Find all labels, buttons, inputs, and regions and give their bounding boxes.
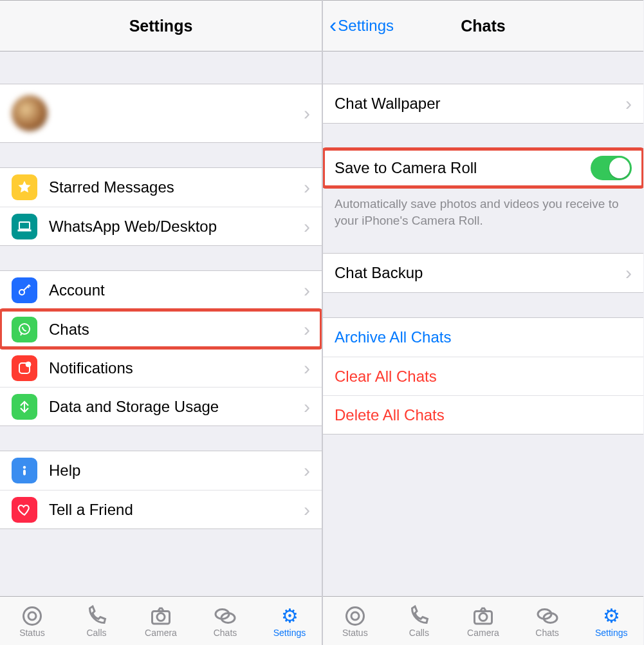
svg-point-17	[479, 613, 487, 621]
tab-bar: Status Calls Camera Chats ⚙ Settings	[323, 596, 643, 645]
chevron-right-icon: ›	[297, 104, 310, 123]
settings-content: › Starred Messages › WhatsApp Web/Deskto…	[0, 51, 322, 596]
data-usage-icon	[12, 394, 37, 420]
tab-status[interactable]: Status	[0, 604, 64, 638]
svg-point-5	[26, 362, 31, 367]
tab-label: Camera	[145, 628, 177, 638]
phone-icon	[85, 604, 108, 628]
chevron-right-icon: ›	[297, 217, 310, 236]
group-main-settings: Account › Chats › Notifications ›	[0, 270, 322, 426]
page-title: Settings	[0, 17, 322, 35]
svg-rect-1	[18, 230, 31, 231]
svg-point-2	[19, 290, 24, 295]
navbar-right: ‹ Settings Chats	[323, 0, 643, 51]
row-data-storage[interactable]: Data and Storage Usage ›	[0, 387, 322, 425]
tab-chats[interactable]: Chats	[193, 604, 257, 638]
svg-rect-0	[19, 222, 30, 229]
row-label: Starred Messages	[49, 178, 297, 196]
group-profile: ›	[0, 84, 322, 143]
tab-label: Calls	[409, 628, 429, 638]
tab-camera[interactable]: Camera	[129, 604, 193, 638]
back-button[interactable]: ‹ Settings	[329, 16, 394, 35]
whatsapp-icon	[12, 317, 37, 342]
row-save-camera-roll[interactable]: Save to Camera Roll	[323, 149, 643, 187]
heart-icon	[12, 497, 37, 523]
row-whatsapp-web[interactable]: WhatsApp Web/Desktop ›	[0, 207, 322, 245]
svg-point-15	[351, 612, 359, 620]
row-chats[interactable]: Chats ›	[0, 310, 322, 348]
tab-label: Status	[342, 628, 368, 638]
row-label: Save to Camera Roll	[335, 159, 591, 177]
row-label: WhatsApp Web/Desktop	[49, 218, 297, 236]
row-label: Chat Wallpaper	[335, 95, 619, 113]
row-label: Help	[49, 462, 297, 480]
row-label: Archive All Chats	[335, 328, 632, 346]
row-archive-all[interactable]: Archive All Chats	[323, 318, 643, 357]
chevron-right-icon: ›	[297, 359, 310, 378]
tab-label: Settings	[273, 628, 306, 638]
tab-label: Calls	[86, 628, 106, 638]
tab-status[interactable]: Status	[323, 604, 387, 638]
svg-point-6	[23, 466, 26, 469]
avatar	[12, 95, 48, 131]
save-toggle[interactable]	[591, 156, 632, 180]
svg-point-14	[346, 607, 363, 624]
key-icon	[12, 277, 37, 303]
svg-point-9	[28, 612, 36, 620]
row-notifications[interactable]: Notifications ›	[0, 348, 322, 387]
chevron-right-icon: ›	[297, 397, 310, 416]
svg-rect-7	[24, 470, 26, 475]
row-account[interactable]: Account ›	[0, 271, 322, 310]
group-starred-web: Starred Messages › WhatsApp Web/Desktop …	[0, 167, 322, 246]
tab-calls[interactable]: Calls	[64, 604, 129, 638]
chevron-right-icon: ›	[297, 500, 310, 519]
navbar-left: Settings	[0, 0, 322, 51]
row-starred-messages[interactable]: Starred Messages ›	[0, 168, 322, 207]
row-label: Chat Backup	[335, 264, 619, 282]
svg-point-3	[19, 324, 30, 334]
laptop-icon	[12, 214, 37, 239]
tab-label: Status	[19, 628, 45, 638]
row-label: Chats	[49, 321, 297, 339]
gear-icon: ⚙	[278, 604, 301, 628]
row-label: Delete All Chats	[335, 406, 632, 424]
tab-camera[interactable]: Camera	[451, 604, 515, 638]
camera-icon	[149, 604, 172, 628]
row-label: Account	[49, 281, 297, 299]
settings-screen: Settings › Starred Messages ›	[0, 0, 322, 645]
phone-icon	[407, 604, 430, 628]
tab-label: Camera	[467, 628, 499, 638]
chevron-right-icon: ›	[619, 94, 632, 113]
row-label: Notifications	[49, 359, 297, 377]
tab-bar: Status Calls Camera Chats ⚙ Settings	[0, 596, 322, 645]
back-label: Settings	[338, 17, 394, 35]
row-clear-all[interactable]: Clear All Chats	[323, 357, 643, 395]
chats-content: Chat Wallpaper › Save to Camera Roll Aut…	[323, 51, 643, 596]
tab-label: Chats	[214, 628, 237, 638]
chevron-right-icon: ›	[297, 320, 310, 339]
info-icon	[12, 458, 37, 483]
row-label: Clear All Chats	[335, 368, 632, 386]
row-help[interactable]: Help ›	[0, 451, 322, 490]
camera-icon	[472, 604, 495, 628]
row-label: Data and Storage Usage	[49, 398, 297, 416]
tab-settings[interactable]: ⚙ Settings	[579, 604, 643, 638]
tab-chats[interactable]: Chats	[515, 604, 580, 638]
tab-label: Settings	[595, 628, 628, 638]
profile-row[interactable]: ›	[0, 84, 322, 142]
row-chat-wallpaper[interactable]: Chat Wallpaper ›	[323, 84, 643, 123]
chevron-right-icon: ›	[619, 263, 632, 283]
status-icon	[344, 604, 367, 628]
status-icon	[21, 604, 44, 628]
group-actions: Archive All Chats Clear All Chats Delete…	[323, 317, 643, 435]
chevron-right-icon: ›	[297, 281, 310, 300]
tab-settings[interactable]: ⚙ Settings	[257, 604, 322, 638]
row-delete-all[interactable]: Delete All Chats	[323, 395, 643, 434]
chats-icon	[536, 604, 559, 628]
row-chat-backup[interactable]: Chat Backup ›	[323, 254, 643, 292]
tab-label: Chats	[535, 628, 559, 638]
row-tell-a-friend[interactable]: Tell a Friend ›	[0, 490, 322, 528]
tab-calls[interactable]: Calls	[387, 604, 452, 638]
svg-point-11	[157, 613, 165, 621]
row-label: Tell a Friend	[49, 501, 297, 519]
